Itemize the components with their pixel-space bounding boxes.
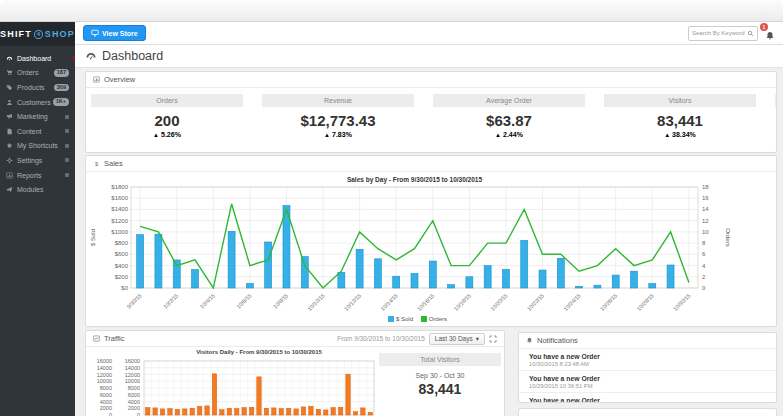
sidebar-item-marketing[interactable]: Marketing — [0, 109, 75, 124]
megaphone-icon — [6, 113, 17, 120]
sidebar-item-products[interactable]: Products 309 — [0, 80, 75, 95]
svg-text:$200: $200 — [115, 274, 129, 280]
svg-text:12: 12 — [702, 218, 709, 224]
svg-text:$1200: $1200 — [111, 218, 128, 224]
overview-panel: Overview Orders 200 ▲ 5.26% Revenue $12,… — [85, 71, 777, 153]
view-store-label: View Store — [102, 30, 138, 37]
sidebar-nav: Dashboard Orders 187 Products 309 Custom… — [0, 46, 75, 197]
sidebar-item-label: Products — [17, 84, 54, 91]
search-icon[interactable] — [747, 30, 754, 37]
svg-text:10/8/15: 10/8/15 — [272, 292, 289, 309]
up-arrow-icon: ▲ — [324, 132, 330, 138]
notification-count-badge: 1 — [760, 23, 768, 31]
svg-text:6000: 6000 — [100, 392, 112, 398]
stat-value: $12,773.43 — [262, 112, 414, 129]
svg-text:0: 0 — [702, 285, 706, 291]
svg-text:8000: 8000 — [128, 385, 140, 391]
svg-text:Visitors Daily - From 9/30/201: Visitors Daily - From 9/30/2015 to 10/30… — [196, 349, 322, 355]
sidebar-item-my-shortcuts[interactable]: My Shortcuts — [0, 139, 75, 154]
sidebar: SHIFT 4 SHOP Dashboard Orders 187 Produc… — [0, 22, 75, 416]
sidebar-item-modules[interactable]: Modules — [0, 182, 75, 197]
main-content: Overview Orders 200 ▲ 5.26% Revenue $12,… — [75, 68, 783, 416]
svg-text:Orders: Orders — [725, 228, 731, 246]
stats-row: Orders 200 ▲ 5.26% Revenue $12,773.43 ▲ … — [86, 88, 776, 138]
stat-card-average-order: Average Order $63.87 ▲ 2.44% — [433, 94, 585, 138]
sidebar-item-label: Reports — [17, 172, 65, 179]
sidebar-item-settings[interactable]: Settings — [0, 153, 75, 168]
file-icon — [6, 128, 17, 135]
svg-text:12000: 12000 — [125, 372, 140, 378]
window-title-bar — [0, 0, 783, 22]
sidebar-item-orders[interactable]: Orders 187 — [0, 66, 75, 81]
notification-item[interactable]: You have a new Order 10/30/2015 8:23:48 … — [519, 349, 776, 371]
gauge-icon — [85, 50, 97, 62]
notifications-header-label: Notifications — [537, 336, 578, 345]
sidebar-item-label: Marketing — [17, 113, 65, 120]
svg-text:6: 6 — [702, 251, 706, 257]
svg-text:Sales by Day - From 9/30/2015: Sales by Day - From 9/30/2015 to 10/30/2… — [347, 176, 483, 184]
svg-text:$400: $400 — [115, 263, 129, 269]
svg-text:10/12/15: 10/12/15 — [343, 292, 362, 311]
stat-card-orders: Orders 200 ▲ 5.26% — [91, 94, 243, 138]
notifications-bell[interactable]: 1 — [765, 27, 775, 39]
svg-text:10000: 10000 — [97, 378, 112, 384]
overview-panel-header: Overview — [86, 72, 776, 88]
svg-text:$800: $800 — [115, 240, 129, 246]
traffic-panel-header: Traffic From 9/30/2015 to 10/30/2015 Las… — [86, 331, 504, 347]
svg-text:14000: 14000 — [125, 365, 140, 371]
stat-label: Orders — [91, 94, 243, 107]
expand-indicator — [65, 129, 69, 133]
svg-text:16: 16 — [702, 195, 709, 201]
date-range-dropdown[interactable]: Last 30 Days ▾ — [429, 333, 485, 345]
svg-text:10/6/15: 10/6/15 — [235, 292, 252, 309]
svg-text:10/26/15: 10/26/15 — [599, 292, 618, 311]
svg-text:10/18/15: 10/18/15 — [453, 292, 472, 311]
svg-text:16000: 16000 — [125, 358, 140, 364]
svg-text:$1600: $1600 — [111, 195, 128, 201]
svg-text:12000: 12000 — [97, 372, 112, 378]
notification-item[interactable]: You have a new Order — [519, 393, 776, 403]
sales-panel: $ Sales $0$200$400$600$800$1000$1200$140… — [85, 155, 777, 327]
traffic-date-range: From 9/30/2015 to 10/30/2015 — [337, 335, 424, 342]
svg-text:14000: 14000 — [97, 365, 112, 371]
sales-legend: $ Sold Orders — [131, 316, 698, 322]
traffic-panel: Traffic From 9/30/2015 to 10/30/2015 Las… — [85, 330, 505, 416]
legend-label-orders: Orders — [429, 316, 447, 322]
search-box — [688, 26, 758, 41]
total-visitors-header: Total Visitors — [379, 353, 501, 366]
svg-text:16000: 16000 — [97, 358, 112, 364]
sidebar-item-dashboard[interactable]: Dashboard — [0, 51, 75, 66]
stat-change: ▲ 5.26% — [91, 131, 243, 138]
notification-item[interactable]: You have a new Order 10/29/2015 10:36:51… — [519, 371, 776, 393]
total-visitors-range: Sep 30 - Oct 30 — [379, 372, 501, 379]
svg-text:$1800: $1800 — [111, 184, 128, 190]
expand-icon[interactable] — [489, 335, 497, 343]
dollar-icon: $ — [93, 160, 100, 167]
svg-text:4: 4 — [702, 263, 706, 269]
svg-text:2000: 2000 — [128, 405, 140, 411]
search-input[interactable] — [692, 30, 747, 36]
line-chart-icon — [93, 335, 100, 342]
sidebar-item-reports[interactable]: Reports — [0, 168, 75, 183]
up-arrow-icon: ▲ — [495, 132, 501, 138]
traffic-chart: 0020002000400040006000600080008000100001… — [88, 347, 380, 416]
sidebar-item-customers[interactable]: Customers 1K+ — [0, 95, 75, 110]
page-header: Dashboard — [75, 45, 783, 68]
svg-text:10/16/15: 10/16/15 — [416, 292, 435, 311]
logo-4-icon: 4 — [34, 30, 43, 39]
notification-time: 10/30/2015 8:23:48 AM — [529, 361, 766, 367]
legend-swatch-orders — [421, 316, 427, 322]
stat-value: $63.87 — [433, 112, 585, 129]
svg-text:$0: $0 — [121, 285, 128, 291]
notification-time: 10/29/2015 10:36:51 PM — [529, 383, 766, 389]
svg-text:$600: $600 — [115, 251, 129, 257]
svg-text:9/30/15: 9/30/15 — [126, 292, 143, 309]
expand-indicator — [65, 115, 69, 119]
stat-change: ▲ 2.44% — [433, 131, 585, 138]
svg-text:6000: 6000 — [128, 392, 140, 398]
view-store-button[interactable]: View Store — [83, 25, 146, 41]
svg-text:$1000: $1000 — [111, 229, 128, 235]
logo-text-shift: SHIFT — [0, 29, 32, 39]
app-window: SHIFT 4 SHOP Dashboard Orders 187 Produc… — [0, 0, 783, 416]
sidebar-item-content[interactable]: Content — [0, 124, 75, 139]
